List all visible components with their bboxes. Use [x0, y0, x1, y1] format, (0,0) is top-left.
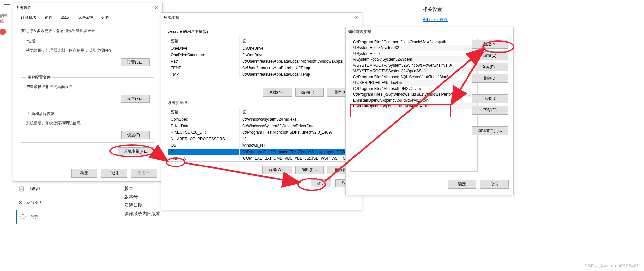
- profile-desc: 与登录帐户相关的桌面设置: [26, 84, 150, 90]
- close-icon[interactable]: ✕: [353, 14, 360, 21]
- watermark: CSDN @weixin_49198467: [585, 263, 639, 268]
- col-var: 变量: [168, 108, 240, 116]
- user-vars-table[interactable]: 变量值 OneDriveE:\OneDriveOneDriveConsumerE…: [168, 37, 356, 84]
- list-item[interactable]: %SystemRoot%: [350, 51, 477, 56]
- cancel-button[interactable]: 取消: [101, 169, 127, 178]
- startup-desc: 系统启动、系统故障和调试信息: [26, 120, 150, 126]
- list-item[interactable]: %USERPROFILE%\.dnx\bin: [350, 80, 477, 86]
- col-val: 值: [240, 108, 355, 116]
- table-row[interactable]: ComSpecC:\Windows\system32\cmd.exe: [168, 116, 355, 123]
- edit-button[interactable]: 编辑(E): [472, 51, 508, 60]
- group-performance: 性能 视觉效果，处理器计划，内存使用，以及虚拟内存 设置(S)...: [21, 38, 154, 70]
- table-row[interactable]: OneDriveConsumerE:\OneDrive: [168, 52, 355, 58]
- group-profile: 用户配置文件 与登录帐户相关的桌面设置 设置(E)...: [21, 75, 154, 106]
- tab-computer[interactable]: 计算机名: [17, 13, 41, 23]
- table-row[interactable]: TMPC:\Users\treasure\AppData\Local\Temp: [168, 71, 355, 78]
- user-edit-button[interactable]: 编辑(E)...: [295, 88, 324, 97]
- nav-about[interactable]: ⓘ关于: [16, 210, 45, 224]
- close-icon[interactable]: ✕: [153, 4, 160, 12]
- nav-label: 剪贴板: [29, 186, 41, 191]
- titlebar: 系统属性 ✕: [13, 3, 162, 13]
- titlebar: 编辑环境变量: [346, 27, 513, 37]
- admin-hint: 要进行大多数更改，您必须作为管理员登录。: [21, 28, 154, 34]
- apply-button[interactable]: 应用(A): [131, 169, 157, 178]
- path-listbox[interactable]: C:\Program Files\Common Files\Oracle\Jav…: [350, 39, 478, 172]
- table-row[interactable]: PATHEXT.COM;.EXE;.BAT;.CMD;.VBS;.VBE;.JS…: [168, 155, 355, 162]
- nav-label: 关于: [30, 214, 38, 220]
- table-row[interactable]: KINECTSDK20_DIRC:\Program Files\Microsof…: [168, 129, 355, 136]
- bitlocker-link[interactable]: BitLocker 设置: [423, 18, 448, 22]
- delete-button[interactable]: 删除(D): [472, 74, 508, 83]
- table-row[interactable]: OSWindows_NT: [168, 142, 355, 149]
- startup-settings-button[interactable]: 设置(T)...: [121, 131, 150, 139]
- list-item[interactable]: C:\Program Files\Microsoft DNX\Dnvm\: [350, 86, 477, 92]
- clipboard-icon: 📋: [18, 186, 25, 192]
- user-vars-label: treasure 的用户变量(U): [168, 29, 356, 34]
- legend-startup: 启动和故障恢复: [26, 111, 56, 117]
- tab-advanced[interactable]: 高级: [57, 13, 73, 23]
- nav-label: 远程桌面: [27, 200, 43, 205]
- list-item[interactable]: E:\installOpenCV\opencv\build\x64\vc14\b…: [350, 103, 477, 109]
- cancel-button[interactable]: 取消: [480, 180, 509, 189]
- table-row[interactable]: PathC:\Users\treasure\AppData\Local\Micr…: [168, 58, 355, 65]
- env-vars-button[interactable]: 环境变量(N)...: [118, 147, 154, 155]
- info-icon: ⓘ: [20, 214, 26, 220]
- ok-button[interactable]: 确定: [448, 180, 476, 189]
- ok-button[interactable]: 确定: [311, 179, 331, 187]
- tab-hardware[interactable]: 硬件: [41, 13, 57, 23]
- profile-settings-button[interactable]: 设置(E)...: [121, 95, 150, 103]
- tabs: 计算机名 硬件 高级 系统保护 远程: [13, 13, 162, 23]
- sys-new-button[interactable]: 新建(W)...: [262, 166, 292, 174]
- related-heading: 相关设置: [423, 6, 448, 13]
- browser-chrome: 的书签: [1, 1, 11, 35]
- sys-vars-table[interactable]: 变量值 ComSpecC:\Windows\system32\cmd.exeDr…: [168, 108, 356, 162]
- perf-desc: 视觉效果，处理器计划，内存使用，以及虚拟内存: [26, 48, 150, 53]
- about-install-date: 安装日期: [124, 201, 161, 210]
- edit-text-button[interactable]: 编辑文本(T)...: [472, 126, 508, 135]
- table-row[interactable]: DriverDataC:\Windows\System32\Drivers\Dr…: [168, 123, 355, 129]
- hamburger-icon[interactable]: [1, 1, 11, 11]
- table-row[interactable]: NUMBER_OF_PROCESSORS12: [168, 136, 355, 142]
- dialog-title: 环境变量: [164, 15, 179, 20]
- legend-performance: 性能: [26, 38, 36, 44]
- table-row[interactable]: TEMPC:\Users\treasure\AppData\Local\Temp: [168, 65, 355, 71]
- nav-clipboard[interactable]: 📋剪贴板: [16, 182, 45, 196]
- sys-vars-label: 系统变量(S): [168, 100, 356, 105]
- ok-button[interactable]: 确定: [71, 169, 97, 178]
- list-item[interactable]: %SystemRoot%\System32\Wbem: [350, 56, 477, 62]
- list-item[interactable]: C:\Program Files\Common Files\Oracle\Jav…: [350, 39, 477, 45]
- table-row[interactable]: OneDriveE:\OneDrive: [168, 45, 355, 52]
- about-os-build: 操作系统内部版本: [124, 210, 161, 218]
- system-properties-dialog: 系统属性 ✕ 计算机名 硬件 高级 系统保护 远程 要进行大多数更改，您必须作为…: [13, 3, 163, 182]
- perf-settings-button[interactable]: 设置(S)...: [121, 58, 150, 66]
- list-item[interactable]: C:\Program Files\Microsoft SQL Server\11…: [350, 74, 477, 80]
- dialog-title: 系统属性: [16, 5, 32, 11]
- table-row[interactable]: PathC:\Program Files\Common Files\Oracle…: [168, 149, 355, 155]
- tab-protection[interactable]: 系统保护: [73, 13, 97, 23]
- new-button[interactable]: 新建(N): [472, 40, 508, 49]
- up-button[interactable]: 上移(U): [472, 94, 508, 103]
- nav-remote[interactable]: ✕远程桌面: [16, 196, 45, 210]
- related-settings: 相关设置 BitLocker 设置: [423, 6, 448, 23]
- list-item[interactable]: %SYSTEMROOT%\System32\OpenSSH\: [350, 68, 477, 74]
- about-version: 版本: [124, 184, 161, 193]
- list-item[interactable]: %SYSTEMROOT%\System32\WindowsPowerShell\…: [350, 62, 477, 68]
- remote-icon: ✕: [18, 200, 22, 206]
- dialog-title: 编辑环境变量: [348, 29, 372, 35]
- about-section: 版本 版本号 安装日期 操作系统内部版本: [124, 184, 161, 218]
- env-vars-dialog: 环境变量 ✕ treasure 的用户变量(U) 变量值 OneDriveE:\…: [161, 12, 362, 210]
- group-startup: 启动和故障恢复 系统启动、系统故障和调试信息 设置(T)...: [21, 111, 154, 143]
- user-new-button[interactable]: 新建(N)...: [263, 88, 292, 97]
- list-item[interactable]: C:\Program Files (x86)\Windows Kits\8.1\…: [350, 92, 477, 97]
- browse-button[interactable]: 浏览(B)...: [472, 63, 508, 71]
- bookmarks-label: 的书签: [0, 13, 11, 24]
- col-val: 值: [240, 37, 355, 45]
- down-button[interactable]: 下移(O): [472, 106, 508, 115]
- about-build: 版本号: [124, 193, 161, 201]
- list-item[interactable]: E:\installOpenCV\opencv\build\x64\vc15\b…: [350, 97, 477, 103]
- list-item[interactable]: %SystemRoot%\system32: [350, 45, 477, 51]
- titlebar: 环境变量 ✕: [161, 13, 362, 22]
- tab-remote[interactable]: 远程: [97, 13, 113, 23]
- col-var: 变量: [168, 37, 240, 45]
- sys-edit-button[interactable]: 编辑(I)...: [295, 166, 324, 174]
